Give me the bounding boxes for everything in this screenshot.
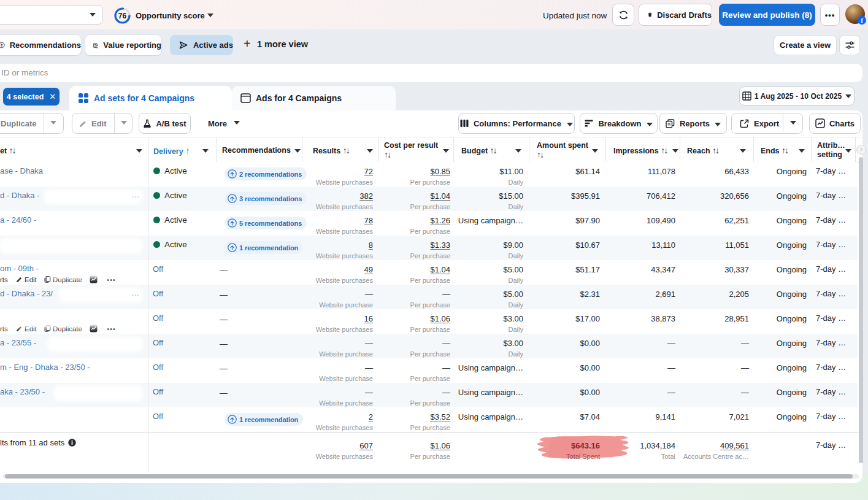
svg-text:76: 76: [118, 12, 127, 20]
